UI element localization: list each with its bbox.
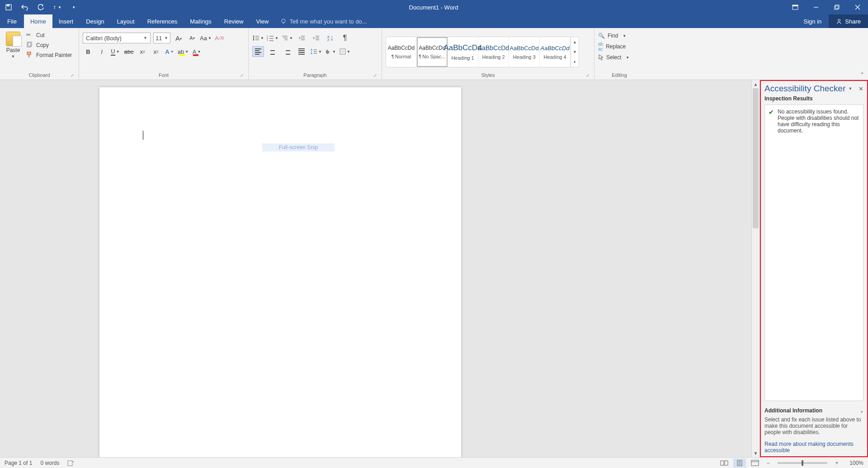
shading-button[interactable]: ▼: [325, 46, 336, 57]
share-button[interactable]: Share: [829, 14, 868, 28]
style-heading-4[interactable]: AaBbCcDdHeading 4: [540, 37, 571, 67]
copy-button[interactable]: Copy: [26, 42, 72, 49]
format-painter-button[interactable]: Format Painter: [26, 52, 72, 59]
line-spacing-button[interactable]: ▼: [310, 46, 322, 57]
shrink-font-button[interactable]: A▾: [187, 33, 198, 43]
ribbon-display-options-icon[interactable]: [785, 0, 806, 14]
tab-insert[interactable]: Insert: [52, 14, 80, 28]
styles-scroll-down-icon[interactable]: ▼: [571, 47, 579, 57]
customize-qat-icon[interactable]: ▾: [70, 3, 78, 11]
align-left-button[interactable]: [252, 46, 264, 57]
collapse-ribbon-icon[interactable]: ⌃: [860, 71, 864, 78]
web-layout-button[interactable]: [749, 459, 761, 468]
scroll-thumb[interactable]: [753, 88, 759, 228]
page[interactable]: Full-screen Snip: [99, 87, 461, 457]
tab-view[interactable]: View: [250, 14, 275, 28]
inspection-results-list: ✔ No accessibility issues found. People …: [764, 104, 863, 401]
ribbon-tabs: File Home Insert Design Layout Reference…: [0, 14, 868, 28]
decrease-indent-button[interactable]: [296, 33, 307, 43]
page-count[interactable]: Page 1 of 1: [5, 460, 32, 466]
font-color-button[interactable]: A▼: [191, 46, 202, 57]
subscript-button[interactable]: x2: [137, 46, 148, 57]
select-button[interactable]: Select▼: [598, 54, 629, 61]
panel-options-icon[interactable]: ▼: [849, 86, 853, 91]
undo-icon[interactable]: [21, 3, 29, 11]
font-size-combo[interactable]: 11▼: [153, 33, 170, 43]
panel-close-icon[interactable]: ✕: [859, 85, 863, 92]
font-launcher-icon[interactable]: ⤢: [240, 73, 244, 78]
styles-launcher-icon[interactable]: ⤢: [586, 73, 590, 78]
print-layout-button[interactable]: [733, 459, 746, 468]
style-heading-2[interactable]: AaBbCcDdHeading 2: [478, 37, 509, 67]
svg-text:A: A: [327, 35, 330, 38]
brush-icon: [26, 52, 33, 59]
zoom-in-button[interactable]: +: [833, 460, 841, 466]
spelling-status-icon[interactable]: [67, 460, 75, 466]
save-icon[interactable]: [5, 3, 13, 11]
style-heading-3[interactable]: AaBbCcDdHeading 3: [509, 37, 540, 67]
tab-home[interactable]: Home: [24, 14, 52, 28]
word-count[interactable]: 0 words: [40, 460, 59, 466]
underline-button[interactable]: U▼: [110, 46, 121, 57]
increase-indent-button[interactable]: [310, 33, 322, 43]
align-center-button[interactable]: [267, 46, 278, 57]
svg-rect-48: [725, 461, 728, 465]
grow-font-button[interactable]: A▴: [173, 33, 184, 43]
close-button[interactable]: [847, 0, 868, 14]
tab-references[interactable]: References: [141, 14, 184, 28]
bullets-button[interactable]: ▼: [252, 33, 264, 43]
additional-info-header[interactable]: Additional Information ⌄: [764, 407, 863, 414]
touch-mode-icon[interactable]: ▼: [53, 3, 61, 11]
paragraph-launcher-icon[interactable]: ⤢: [373, 73, 377, 78]
zoom-out-button[interactable]: −: [764, 460, 772, 466]
tab-mailings[interactable]: Mailings: [184, 14, 218, 28]
find-button[interactable]: 🔍Find▼: [598, 33, 626, 39]
scroll-down-icon[interactable]: ▼: [752, 449, 760, 457]
read-mode-button[interactable]: [718, 459, 731, 468]
sign-in-button[interactable]: Sign in: [797, 14, 829, 28]
numbering-button[interactable]: 123▼: [267, 33, 278, 43]
redo-icon[interactable]: [37, 3, 45, 11]
maximize-button[interactable]: [826, 0, 847, 14]
zoom-slider-thumb[interactable]: [802, 460, 803, 466]
tell-me-search[interactable]: Tell me what you want to do...: [275, 14, 372, 28]
tab-design[interactable]: Design: [80, 14, 110, 28]
cut-button[interactable]: ✂Cut: [26, 32, 72, 39]
strikethrough-button[interactable]: abc: [123, 46, 134, 57]
style-no-spacing[interactable]: AaBbCcDd¶ No Spac...: [417, 37, 448, 67]
bold-button[interactable]: B: [83, 46, 94, 57]
superscript-button[interactable]: x2: [151, 46, 161, 57]
zoom-percentage[interactable]: 100%: [844, 460, 863, 466]
style-normal[interactable]: AaBbCcDd¶ Normal: [386, 37, 417, 67]
italic-button[interactable]: I: [96, 46, 107, 57]
multilevel-list-button[interactable]: ▼: [281, 33, 293, 43]
document-area[interactable]: Full-screen Snip: [0, 80, 751, 457]
text-effects-button[interactable]: A▼: [164, 46, 175, 57]
styles-scroll-up-icon[interactable]: ▲: [571, 37, 579, 47]
zoom-slider[interactable]: [778, 462, 827, 464]
svg-point-17: [253, 36, 255, 37]
font-name-combo[interactable]: Calibri (Body)▼: [83, 33, 151, 43]
styles-more-icon[interactable]: ▾: [571, 57, 579, 67]
sort-button[interactable]: AZ: [325, 33, 336, 43]
tab-file[interactable]: File: [0, 14, 24, 28]
svg-point-10: [282, 19, 285, 23]
borders-button[interactable]: ▼: [339, 46, 351, 57]
highlight-button[interactable]: ab▼: [178, 46, 189, 57]
read-more-link[interactable]: Read more about making documents accessi…: [764, 441, 863, 454]
paste-button[interactable]: Paste ▼: [4, 30, 23, 59]
align-right-button[interactable]: [281, 46, 293, 57]
show-marks-button[interactable]: ¶: [339, 33, 351, 43]
clipboard-launcher-icon[interactable]: ⤢: [71, 73, 74, 78]
style-heading-1[interactable]: AaBbCcDdHeading 1: [448, 37, 478, 67]
tab-layout[interactable]: Layout: [111, 14, 141, 28]
vertical-scrollbar[interactable]: ▲ ▼: [751, 80, 760, 457]
justify-button[interactable]: [296, 46, 307, 57]
clear-formatting-button[interactable]: A⌫: [214, 33, 225, 43]
scroll-up-icon[interactable]: ▲: [752, 80, 760, 88]
replace-button[interactable]: abacReplace: [598, 42, 626, 52]
tab-review[interactable]: Review: [218, 14, 250, 28]
change-case-button[interactable]: Aa▼: [200, 33, 211, 43]
svg-rect-53: [751, 460, 759, 466]
minimize-button[interactable]: [806, 0, 826, 14]
